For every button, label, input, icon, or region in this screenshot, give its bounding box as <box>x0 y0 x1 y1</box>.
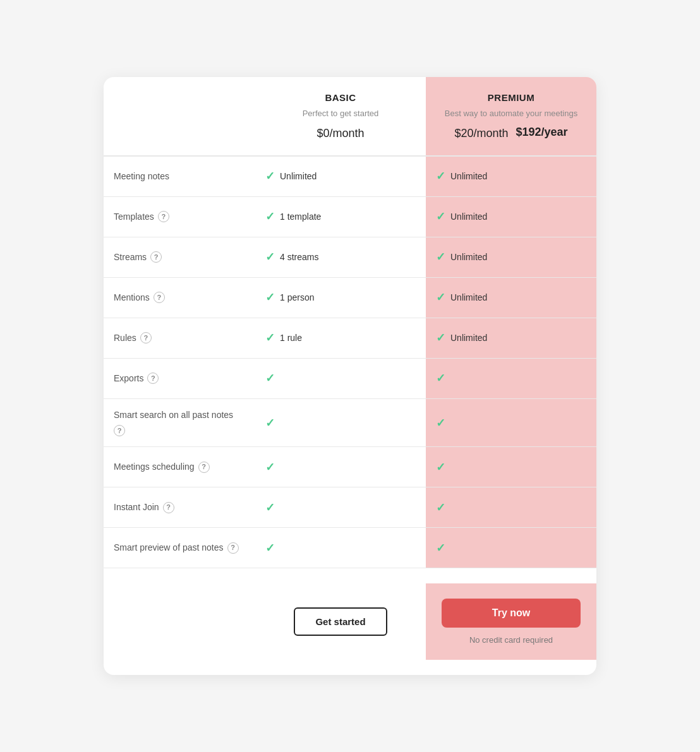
feature-name-cell: Meetings scheduling? <box>104 447 255 487</box>
feature-name-text: Smart preview of past notes <box>114 542 224 554</box>
basic-value-text: 1 template <box>280 212 321 222</box>
footer-premium: Try now No credit card required <box>426 583 596 660</box>
feature-name-text: Instant Join <box>114 501 159 514</box>
basic-value-cell: ✓1 person <box>255 278 426 318</box>
basic-value-text: 1 rule <box>280 333 302 343</box>
header-feature-col <box>104 77 255 155</box>
feature-row: Meetings scheduling?✓✓ <box>104 446 596 487</box>
feature-row: Instant Join?✓✓ <box>104 487 596 527</box>
no-credit-text: No credit card required <box>469 635 553 645</box>
feature-name-cell: Exports? <box>104 359 255 398</box>
question-icon[interactable]: ? <box>154 292 165 303</box>
premium-value-cell: ✓Unlimited <box>426 278 596 318</box>
check-icon: ✓ <box>265 210 275 224</box>
premium-value-cell: ✓ <box>426 447 596 487</box>
feature-row: Rules?✓1 rule✓Unlimited <box>104 318 596 358</box>
feature-name-text: Streams <box>114 251 147 264</box>
feature-name-text: Meeting notes <box>114 170 169 183</box>
question-icon[interactable]: ? <box>198 462 210 473</box>
feature-name-cell: Meeting notes <box>104 157 255 196</box>
check-icon: ✓ <box>436 331 445 345</box>
basic-value-cell: ✓ <box>255 399 426 447</box>
premium-value-cell: ✓Unlimited <box>426 237 596 277</box>
feature-name-text: Meetings scheduling <box>114 461 195 474</box>
question-icon[interactable]: ? <box>147 373 159 384</box>
feature-name-cell: Smart search on all past notes? <box>104 399 255 447</box>
feature-name-text: Rules <box>114 332 136 345</box>
premium-value-text: Unlimited <box>450 212 487 222</box>
footer-row: Get started Try now No credit card requi… <box>104 568 596 675</box>
try-now-button[interactable]: Try now <box>442 599 581 628</box>
premium-value-text: Unlimited <box>450 252 487 262</box>
check-icon: ✓ <box>436 371 445 385</box>
question-icon[interactable]: ? <box>150 251 162 263</box>
feature-row: Exports?✓✓ <box>104 358 596 398</box>
premium-value-text: Unlimited <box>450 333 487 343</box>
check-icon: ✓ <box>436 169 445 183</box>
check-icon: ✓ <box>265 290 275 304</box>
feature-name-cell: Smart preview of past notes? <box>104 528 255 568</box>
feature-row: Meeting notes✓Unlimited✓Unlimited <box>104 156 596 196</box>
feature-name-cell: Rules? <box>104 318 255 358</box>
premium-plan-header: PREMIUM Best way to automate your meetin… <box>426 77 596 155</box>
check-icon: ✓ <box>436 541 445 555</box>
check-icon: ✓ <box>265 250 275 264</box>
check-icon: ✓ <box>436 416 445 430</box>
feature-rows: Meeting notes✓Unlimited✓UnlimitedTemplat… <box>104 156 596 568</box>
feature-row: Smart search on all past notes?✓✓ <box>104 398 596 447</box>
question-icon[interactable]: ? <box>163 502 174 513</box>
feature-row: Streams?✓4 streams✓Unlimited <box>104 237 596 277</box>
premium-price-monthly: $20/month <box>454 127 508 140</box>
basic-value-cell: ✓ <box>255 359 426 398</box>
premium-price-yearly: $192/year <box>516 126 567 139</box>
feature-name-cell: Instant Join? <box>104 487 255 527</box>
premium-value-cell: ✓Unlimited <box>426 318 596 358</box>
question-icon[interactable]: ? <box>227 542 239 554</box>
basic-plan-name: BASIC <box>325 92 356 103</box>
feature-name-cell: Streams? <box>104 237 255 277</box>
premium-value-cell: ✓ <box>426 359 596 398</box>
question-icon[interactable]: ? <box>114 425 125 436</box>
pricing-card: BASIC Perfect to get started $0/month PR… <box>104 77 596 676</box>
basic-value-cell: ✓1 template <box>255 197 426 237</box>
basic-value-cell: ✓1 rule <box>255 318 426 358</box>
feature-row: Mentions?✓1 person✓Unlimited <box>104 277 596 318</box>
basic-value-cell: ✓ <box>255 528 426 568</box>
feature-name-cell: Mentions? <box>104 278 255 318</box>
basic-value-cell: ✓4 streams <box>255 237 426 277</box>
basic-value-text: 1 person <box>280 292 314 302</box>
check-icon: ✓ <box>436 210 445 224</box>
basic-value-text: 4 streams <box>280 252 318 262</box>
basic-value-text: Unlimited <box>280 171 317 181</box>
premium-value-cell: ✓ <box>426 487 596 527</box>
question-icon[interactable]: ? <box>140 332 152 343</box>
feature-name-text: Smart search on all past notes <box>114 409 233 422</box>
check-icon: ✓ <box>265 501 275 515</box>
premium-value-cell: ✓Unlimited <box>426 157 596 196</box>
premium-value-cell: ✓ <box>426 528 596 568</box>
question-icon[interactable]: ? <box>158 211 169 222</box>
premium-price-row: $20/month $192/year <box>454 124 567 140</box>
feature-name-text: Mentions <box>114 292 150 304</box>
basic-plan-price: $0/month <box>317 127 364 140</box>
basic-value-cell: ✓ <box>255 447 426 487</box>
premium-value-text: Unlimited <box>450 292 487 302</box>
check-icon: ✓ <box>265 331 275 345</box>
feature-row: Smart preview of past notes?✓✓ <box>104 527 596 568</box>
check-icon: ✓ <box>436 460 445 474</box>
check-icon: ✓ <box>265 371 275 385</box>
premium-value-cell: ✓ <box>426 399 596 447</box>
feature-name-text: Templates <box>114 211 154 224</box>
get-started-button[interactable]: Get started <box>294 607 387 636</box>
check-icon: ✓ <box>436 501 445 515</box>
feature-name-text: Exports <box>114 373 143 385</box>
check-icon: ✓ <box>265 541 275 555</box>
premium-value-cell: ✓Unlimited <box>426 197 596 237</box>
premium-value-text: Unlimited <box>450 171 487 181</box>
header-row: BASIC Perfect to get started $0/month PR… <box>104 77 596 156</box>
check-icon: ✓ <box>265 416 275 430</box>
premium-plan-subtitle: Best way to automate your meetings <box>445 108 577 119</box>
check-icon: ✓ <box>265 460 275 474</box>
footer-basic: Get started <box>255 597 426 646</box>
premium-plan-name: PREMIUM <box>488 92 534 103</box>
